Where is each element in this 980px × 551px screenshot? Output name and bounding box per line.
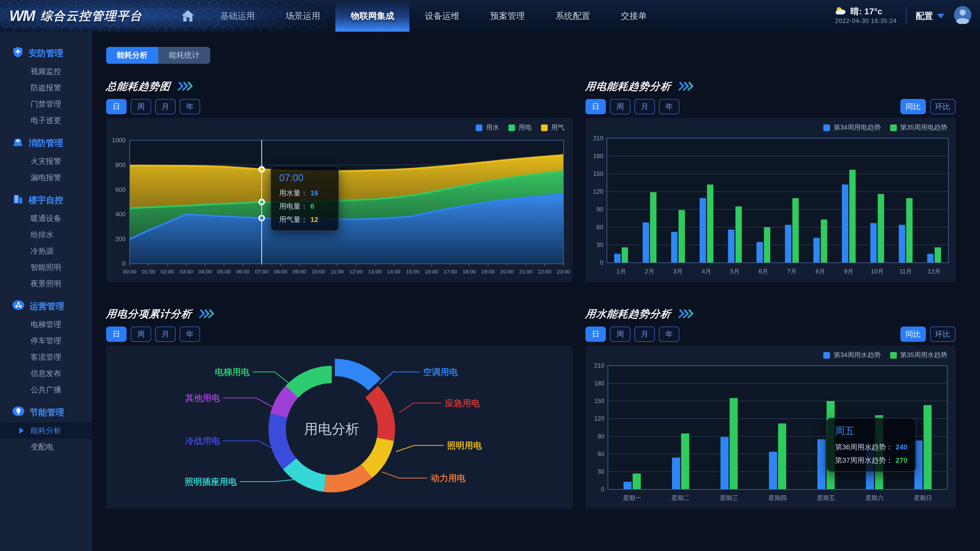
app-title: 综合云控管理平台 <box>41 8 143 24</box>
legend-item[interactable]: 第34周用电趋势 <box>823 123 881 132</box>
time-text: 16:35:24 <box>871 17 897 25</box>
donut-label-冷战用电[interactable]: 冷战用电 <box>185 436 220 446</box>
x-axis-label: 22:00 <box>538 268 552 275</box>
donut-label-其他用电[interactable]: 其他用电 <box>185 393 220 403</box>
sidebar-item-leakage[interactable]: 漏电报警 <box>0 169 92 186</box>
tab-energy-analysis[interactable]: 能耗分析 <box>106 47 158 64</box>
x-axis-label: 9月 <box>844 268 853 275</box>
range-month-button[interactable]: 月 <box>635 327 655 342</box>
mom-button[interactable]: 环比 <box>930 327 956 342</box>
legend-item[interactable]: 第35周用水趋势 <box>890 351 947 360</box>
sidebar-item-hvac[interactable]: 暖通设备 <box>0 210 92 227</box>
y-axis-label: 0 <box>122 260 126 267</box>
donut-label-照明用电[interactable]: 照明用电 <box>447 441 482 450</box>
sidebar-section-operation[interactable]: 运营管理 <box>0 296 92 316</box>
sidebar-item-broadcast[interactable]: 公共广播 <box>0 382 92 398</box>
donut-label-应急用电[interactable]: 应急用电 <box>445 398 480 408</box>
sidebar-item-infopublish[interactable]: 信息发布 <box>0 365 92 382</box>
range-year-button[interactable]: 年 <box>659 327 679 342</box>
sidebar-item-parking[interactable]: 停车管理 <box>0 333 92 349</box>
sidebar-section-security[interactable]: 安防管理 <box>0 43 92 63</box>
yoy-button[interactable]: 同比 <box>900 327 926 342</box>
range-day-button[interactable]: 日 <box>585 327 606 342</box>
legend-swatch <box>476 124 482 131</box>
x-axis-label: 2月 <box>645 268 654 275</box>
tooltip-row: 用气量：12 <box>279 215 330 224</box>
sidebar-item-patrol[interactable]: 电子巡更 <box>0 112 92 129</box>
range-year-button[interactable]: 年 <box>659 99 679 114</box>
tooltip-row: 第36周用水趋势：240 <box>835 443 907 452</box>
bar-星期四-第34周用水趋势 <box>769 452 777 489</box>
sidebar-item-heatsource[interactable]: 冷热源 <box>0 243 92 259</box>
sidebar-item-elevator[interactable]: 电梯管理 <box>0 316 92 333</box>
sidebar-item-nightlight[interactable]: 夜景照明 <box>0 275 92 292</box>
x-axis-label: 4月 <box>702 268 711 275</box>
legend-item[interactable]: 第35周用电趋势 <box>890 123 947 132</box>
bar-星期四-第35周用水趋势 <box>778 424 786 489</box>
sidebar-item-video[interactable]: 视频监控 <box>0 63 92 79</box>
range-month-button[interactable]: 月 <box>635 99 655 114</box>
range-day-button[interactable]: 日 <box>585 99 606 114</box>
sidebar-item-passengerflow[interactable]: 客流管理 <box>0 349 92 365</box>
range-year-button[interactable]: 年 <box>180 327 200 342</box>
range-month-button[interactable]: 月 <box>155 99 176 114</box>
sidebar-item-drainage[interactable]: 给排水 <box>0 227 92 243</box>
sidebar-item-firealarm[interactable]: 火灾报警 <box>0 153 92 169</box>
legend-item[interactable]: 用气 <box>541 123 565 132</box>
electricity-donut-chart[interactable]: 用电分析空调用电应急用电照明用电动力用电照明插座用电冷战用电其他用电电梯用电 <box>106 345 573 509</box>
range-year-button[interactable]: 年 <box>180 99 200 114</box>
sidebar-section-energy[interactable]: 节能管理 <box>0 402 92 422</box>
x-axis-label: 18:00 <box>463 268 476 275</box>
nav-item-iot[interactable]: 物联网集成 <box>336 0 410 32</box>
range-week-button[interactable]: 周 <box>130 99 151 114</box>
legend-item[interactable]: 第34周用水趋势 <box>823 351 881 360</box>
tab-energy-statistics[interactable]: 能耗统计 <box>158 47 210 64</box>
sidebar-item-energy-analysis[interactable]: 能耗分析 <box>0 422 92 439</box>
legend-item[interactable]: 用电 <box>508 123 532 132</box>
y-axis-label: 180 <box>594 380 605 387</box>
sidebar-item-power-distribution[interactable]: 变配电 <box>0 439 92 455</box>
weather-icon <box>835 6 846 17</box>
donut-leader-line <box>240 479 299 482</box>
sidebar-item-smartlight[interactable]: 智能照明 <box>0 259 92 275</box>
donut-slice-空调用电[interactable] <box>335 359 381 391</box>
nav-item-basic[interactable]: 基础运用 <box>205 0 270 32</box>
y-axis-label: 150 <box>594 397 605 404</box>
nav-item-devops[interactable]: 设备运维 <box>410 0 475 32</box>
sidebar-section-building[interactable]: 楼宇自控 <box>0 190 92 210</box>
donut-label-照明插座用电[interactable]: 照明插座用电 <box>185 477 237 486</box>
nav-item-plan[interactable]: 预案管理 <box>475 0 540 32</box>
x-axis-label: 星期一 <box>623 494 641 501</box>
range-month-button[interactable]: 月 <box>155 327 176 342</box>
bar-11月-第35周用电趋势 <box>906 198 913 263</box>
home-icon[interactable] <box>177 0 200 32</box>
bar-chart-panel: 第34周用水趋势第35周用水趋势 0306090120150180210星期一星… <box>585 345 956 509</box>
tooltip-row: 第37周用水趋势：270 <box>835 456 907 465</box>
mom-button[interactable]: 环比 <box>930 99 956 114</box>
config-dropdown[interactable]: 配置 <box>916 10 944 22</box>
range-week-button[interactable]: 周 <box>610 327 630 342</box>
donut-slice-冷战用电[interactable] <box>269 413 296 469</box>
total-energy-area-chart[interactable]: 0200400600800100000:0001:0002:0003:0004:… <box>106 118 573 282</box>
sidebar-item-access[interactable]: 门禁管理 <box>0 96 92 112</box>
sidebar-section-fire[interactable]: 消防管理 <box>0 133 92 153</box>
nav-item-sysconfig[interactable]: 系统配置 <box>540 0 606 32</box>
avatar[interactable] <box>953 6 972 26</box>
donut-label-动力用电[interactable]: 动力用电 <box>431 473 466 483</box>
range-week-button[interactable]: 周 <box>130 327 151 342</box>
nav-item-handover[interactable]: 交接单 <box>606 0 662 32</box>
y-axis-label: 150 <box>593 170 603 177</box>
nav-item-scene[interactable]: 场景运用 <box>270 0 336 32</box>
sidebar-item-burglar[interactable]: 防盗报警 <box>0 79 92 96</box>
range-day-button[interactable]: 日 <box>106 327 127 342</box>
bar-星期三-第34周用水趋势 <box>721 437 729 489</box>
range-week-button[interactable]: 周 <box>610 99 630 114</box>
donut-label-电梯用电[interactable]: 电梯用电 <box>215 367 250 377</box>
donut-label-空调用电[interactable]: 空调用电 <box>423 367 458 377</box>
legend-item[interactable]: 用水 <box>476 123 499 132</box>
range-day-button[interactable]: 日 <box>106 99 127 114</box>
y-axis-label: 180 <box>593 152 603 159</box>
yoy-button[interactable]: 同比 <box>900 99 926 114</box>
donut-slice-应急用电[interactable] <box>365 386 395 441</box>
electricity-bar-chart[interactable]: 03060901201501802101月2月3月4月5月6月7月8月9月10月… <box>585 118 956 282</box>
